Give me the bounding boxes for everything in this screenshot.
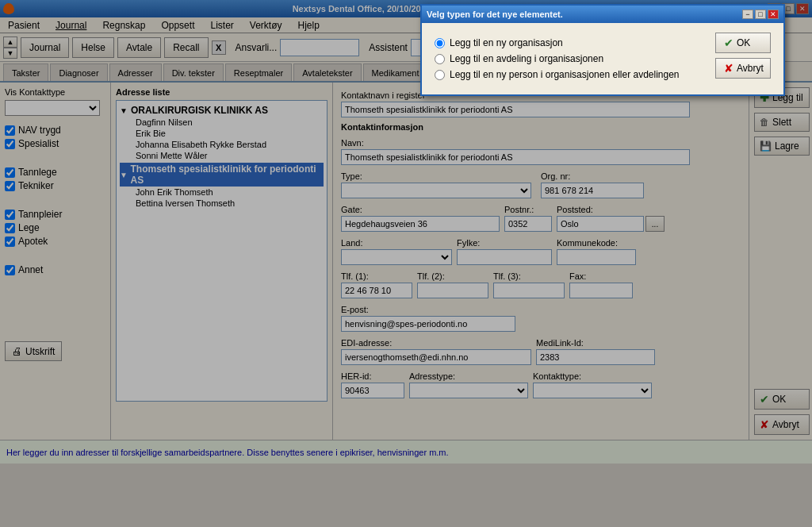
dialog-avbryt-button[interactable]: ✘ Avbryt — [715, 58, 771, 79]
dialog-title-buttons: − □ ✕ — [742, 10, 779, 19]
new-element-dialog: Velg typen for det nye elementet. − □ ✕ … — [420, 4, 785, 96]
dialog-title-bar: Velg typen for det nye elementet. − □ ✕ — [422, 6, 783, 23]
dialog-minimize-button[interactable]: − — [742, 10, 753, 19]
dialog-avbryt-x-icon: ✘ — [724, 62, 733, 75]
dialog-radio-avdeling[interactable]: Legg til en avdeling i organisasjonen — [435, 53, 703, 64]
dialog-ok-button[interactable]: ✔ OK — [715, 33, 771, 53]
dialog-maximize-button[interactable]: □ — [755, 10, 766, 19]
dialog-overlay: Velg typen for det nye elementet. − □ ✕ … — [0, 0, 812, 527]
dialog-content: Legg til en ny organisasjon Legg til en … — [422, 23, 783, 94]
dialog-close-button[interactable]: ✕ — [768, 10, 779, 19]
dialog-title-text: Velg typen for det nye elementet. — [427, 10, 563, 19]
dialog-ok-check-icon: ✔ — [724, 37, 733, 49]
dialog-radio-person[interactable]: Legg til en ny person i organisasjonen e… — [435, 69, 703, 80]
dialog-radio-organisation[interactable]: Legg til en ny organisasjon — [435, 37, 703, 48]
